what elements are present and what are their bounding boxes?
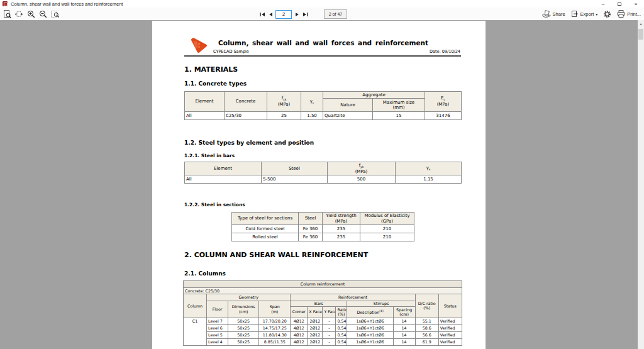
export-button[interactable]: Export ▾	[571, 10, 598, 18]
close-button[interactable]: ×	[628, 0, 644, 8]
app-icon	[3, 1, 8, 6]
heading-reinforcement: 2. COLUMN AND SHEAR WALL REINFORCEMENT	[184, 251, 368, 259]
cell-dc: 55.1	[415, 318, 438, 324]
next-page-button[interactable]	[294, 11, 300, 18]
cell-spacing: 14	[393, 318, 415, 324]
cell-yface: -	[323, 331, 336, 338]
cell-dimensions: 50x25	[228, 318, 259, 324]
window-title: Column, shear wall and wall forces and r…	[11, 1, 123, 7]
cell-span: 8.85/11.35	[259, 338, 291, 345]
col-header-geometry: Geometry	[207, 294, 291, 301]
cell-type: Rolled steel	[232, 233, 299, 241]
col-header-span: Span(m)	[259, 301, 291, 318]
col-header-xface: X Face	[308, 306, 323, 318]
col-header-element: Element	[185, 162, 262, 175]
vertical-scrollbar[interactable]: ▲	[638, 20, 644, 349]
settings-button[interactable]	[603, 10, 611, 18]
zoom-region-button[interactable]	[50, 9, 60, 19]
fit-page-button[interactable]	[2, 9, 12, 19]
cell-floor: Level 6	[207, 324, 228, 331]
last-page-button[interactable]	[302, 11, 308, 18]
first-page-icon	[260, 12, 265, 17]
col-header-type: Type of steel for sections	[232, 213, 299, 225]
last-page-icon	[303, 12, 308, 17]
zoom-out-icon	[39, 10, 47, 18]
col-header-fyk: fyk(MPa)	[328, 162, 396, 175]
page-navigation: 2 of 47	[259, 9, 347, 19]
scroll-up-icon[interactable]: ▲	[638, 21, 644, 26]
heading-columns: 2.1. Columns	[184, 270, 226, 277]
cell-description: 1sØ6+Y1ctØ6	[347, 331, 393, 338]
zoom-region-icon	[51, 10, 59, 18]
col-header-ratio: Ratio(%)	[336, 306, 347, 318]
cell-status: Verified	[438, 324, 462, 331]
table-title: Column reinforcement	[184, 281, 462, 288]
cell-dc: 58.6	[415, 324, 438, 331]
cell-fyk: 500	[328, 175, 396, 184]
heading-materials: 1. MATERIALS	[184, 65, 238, 74]
col-header-spacing: Spacing(cm)	[393, 306, 415, 318]
next-page-icon	[295, 12, 299, 17]
cell-spacing: 14	[393, 324, 415, 331]
table-row: C1 Level 7 50x25 17.70/20.20 4Ø12 2Ø12 -…	[184, 318, 462, 324]
report-date: Date: 09/10/24	[430, 49, 460, 54]
cell-floor: Level 4	[207, 338, 228, 345]
cell-status: Verified	[438, 338, 462, 345]
cell-corner: 4Ø12	[291, 331, 308, 338]
page-number-input[interactable]	[275, 10, 292, 19]
cell-gamma: 1.50	[301, 112, 323, 120]
maximize-icon	[618, 3, 621, 6]
window-titlebar: Column, shear wall and wall forces and r…	[0, 0, 644, 8]
zoom-in-button[interactable]	[26, 9, 36, 19]
cell-nature: Quartzite	[323, 112, 373, 120]
cell-steel: S-500	[262, 175, 328, 184]
table-row: Cold formed steel Fe 360 235 210	[232, 225, 414, 233]
print-button[interactable]: Print...	[617, 10, 641, 18]
cell-steel: Fe 360	[299, 233, 323, 241]
col-header-steel: Steel	[262, 162, 328, 175]
zoom-in-icon	[27, 10, 35, 18]
col-header-stirrups: Stirrups	[347, 301, 415, 307]
first-page-button[interactable]	[259, 11, 265, 18]
cell-xface: 2Ø12	[308, 331, 323, 338]
export-caret-icon: ▾	[596, 12, 597, 16]
col-header-description: Description(1)	[347, 306, 393, 318]
cell-ratio: 0.54	[336, 331, 347, 338]
fit-width-button[interactable]	[14, 9, 24, 19]
column-reinforcement-table: Column reinforcement Concrete: C25/30 Co…	[183, 280, 462, 346]
zoom-out-button[interactable]	[38, 9, 48, 19]
cell-max-size: 15	[373, 112, 425, 120]
cell-column-id: C1	[184, 318, 207, 345]
steel-bars-table: Element Steel fyk(MPa) γs All S-500 500 …	[184, 162, 462, 184]
share-button[interactable]: Share	[542, 10, 565, 18]
col-header-concrete: Concrete	[225, 92, 267, 112]
report-page: Column, shear wall and wall forces and r…	[152, 21, 486, 349]
col-header-gamma-c: γc	[301, 92, 323, 112]
cell-status: Verified	[438, 318, 462, 324]
cell-description: 1sØ6+Y1ctØ6	[347, 324, 393, 331]
document-actions: Share Export ▾ Print...	[542, 9, 641, 19]
col-header-column: Column	[184, 294, 207, 318]
cell-fck: 25	[267, 112, 301, 120]
cell-spacing: 14	[393, 338, 415, 345]
col-header-yface: Y Face	[323, 306, 336, 318]
minimize-button[interactable]: –	[595, 0, 611, 8]
cype-logo	[190, 37, 208, 54]
cell-dimensions: 50x25	[228, 324, 259, 331]
maximize-button[interactable]	[611, 0, 628, 8]
concrete-types-table: Element Concrete fck(MPa) γc Aggregate E…	[184, 91, 462, 120]
scrollbar-thumb[interactable]	[638, 29, 643, 40]
fit-width-icon	[14, 10, 23, 18]
cell-type: Cold formed steel	[232, 225, 299, 233]
col-header-ec: Ec(MPa)	[425, 92, 462, 112]
cell-yield: 235	[323, 233, 360, 241]
col-header-aggregate: Aggregate	[323, 92, 425, 99]
previous-page-button[interactable]	[267, 11, 274, 18]
table-row: Rolled steel Fe 360 235 210	[232, 233, 414, 241]
cell-modulus: 210	[360, 225, 414, 233]
col-header-max-size: Maximum size(mm)	[373, 99, 425, 112]
cell-corner: 4Ø12	[291, 318, 308, 324]
cell-span: 17.70/20.20	[259, 318, 291, 324]
print-icon	[617, 10, 625, 18]
col-header-corner: Corner	[291, 306, 308, 318]
